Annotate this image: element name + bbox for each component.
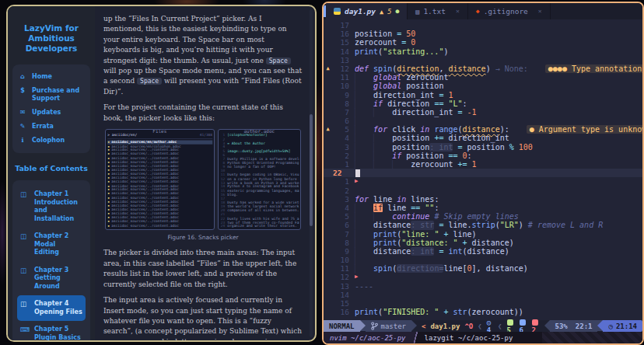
code-line[interactable]: 9▏ direction_int = 1 bbox=[324, 91, 642, 99]
code-line[interactable]: 1▶ bbox=[324, 177, 642, 186]
code-line[interactable]: 11▏ global zerocount bbox=[324, 73, 642, 82]
clock-icon: ◷ bbox=[608, 322, 612, 330]
code-token: == bbox=[411, 204, 425, 212]
chapter-title: Plugin Basics bbox=[34, 334, 81, 341]
code-line[interactable]: 13---- bbox=[324, 282, 642, 291]
tmux-tab-nvim[interactable]: nvim ~/c/aoc-25-py bbox=[324, 332, 412, 343]
code-token: : bbox=[434, 195, 439, 204]
sidebar-item-label: Colophon bbox=[32, 137, 65, 145]
sidebar-item-purchase-and-support[interactable]: $Purchase and Support bbox=[17, 84, 86, 106]
tab-gitignore[interactable]: ◆ .gitignore ✕ bbox=[468, 3, 551, 19]
tmux-statusbar: nvim ~/c/aoc-25-py lazygit ~/c/aoc-25-py bbox=[324, 332, 642, 343]
code-token: continue bbox=[392, 212, 434, 221]
code-line[interactable]: 4▏ ▏ position += direction_int bbox=[324, 134, 642, 142]
code-line[interactable]: 15 bbox=[324, 299, 642, 308]
code-token: "" bbox=[425, 204, 434, 212]
code-token: ▏ bbox=[373, 152, 392, 160]
code-token: zerocount bbox=[406, 73, 448, 82]
close-icon[interactable]: ✕ bbox=[538, 8, 542, 15]
code-token: += bbox=[434, 134, 448, 142]
code-token: "line: " bbox=[401, 230, 443, 239]
code-token: if bbox=[373, 99, 387, 108]
code-token: int bbox=[448, 247, 462, 256]
line-number: 9 bbox=[332, 91, 355, 99]
code-token: direction_int bbox=[392, 108, 457, 117]
code-line[interactable]: 16position = 50 bbox=[324, 30, 642, 38]
line-number: 8 bbox=[332, 99, 355, 108]
code-token: = bbox=[439, 91, 448, 99]
code-token: ) bbox=[505, 247, 509, 256]
picker-count: 41/388 bbox=[200, 134, 212, 138]
chapter-item-chapter-5[interactable]: ⌨Chapter 5Plugin Basics bbox=[17, 321, 86, 342]
code-line[interactable]: 8▏ if direction == "L": bbox=[324, 99, 642, 108]
tab-1-txt[interactable]: ▤ 1.txt ✕ bbox=[408, 3, 468, 19]
code-token: for bbox=[355, 195, 373, 204]
code-line[interactable]: 14print("starting...") bbox=[324, 47, 642, 56]
sidebar-item-errata[interactable]: ✎Errata bbox=[17, 120, 86, 134]
code-line[interactable]: ▲5▏ for click in range(distance):● Argum… bbox=[324, 125, 642, 134]
code-line[interactable]: 5▏ ▏ continue # Skip empty lines bbox=[324, 212, 642, 221]
code-line[interactable]: 17 bbox=[324, 21, 642, 30]
content-scrollbar[interactable] bbox=[310, 9, 313, 337]
chapter-item-chapter-3[interactable]: ◫Chapter 3Getting Around bbox=[17, 262, 86, 296]
chapter-item-chapter-2[interactable]: ◫Chapter 2Modal Editing bbox=[17, 228, 86, 262]
code-line[interactable]: 1▏ ▏ ▏ zerocount += 1 bbox=[324, 160, 642, 169]
code-line[interactable]: 14 bbox=[324, 291, 642, 299]
code-token: ▶ bbox=[355, 177, 358, 186]
code-token: spin bbox=[373, 264, 392, 273]
chapter-item-chapter-1[interactable]: ◫Chapter 1Introduction and Installation bbox=[17, 186, 86, 228]
close-icon[interactable]: ✕ bbox=[456, 8, 460, 15]
inline-diagnostic: ●●●● Type annotation is miss bbox=[545, 64, 642, 73]
code-token: "FINISHED: " bbox=[383, 308, 443, 316]
code-token: ▏ bbox=[355, 230, 373, 239]
sidebar-item-updates[interactable]: ✉Updates bbox=[17, 106, 86, 120]
chapter-item-chapter-4[interactable]: ◫Chapter 4Opening Files bbox=[17, 295, 86, 321]
code-token: ▶ bbox=[355, 273, 358, 281]
code-line[interactable]: 15zerocount = 0 bbox=[324, 38, 642, 47]
paragraph-text: For the project containing the current s… bbox=[103, 103, 283, 121]
scrollbar-thumb[interactable] bbox=[310, 114, 313, 225]
book-title: LazyVim for Ambitious Developers bbox=[14, 23, 89, 54]
code-line[interactable]: 9▏ distance: int = int(distance) bbox=[324, 247, 642, 256]
code-line[interactable]: 2▏ ▏ if position == 0: bbox=[324, 152, 642, 160]
code-line[interactable]: 8▏ print("distance: " + distance) bbox=[324, 239, 642, 247]
code-line[interactable]: 7▏ print("line: " + line) bbox=[324, 230, 642, 239]
code-token: ) bbox=[523, 264, 528, 273]
code-editor[interactable]: 1716position = 5015zerocount = 014print(… bbox=[324, 19, 642, 320]
code-token: position bbox=[392, 143, 429, 152]
code-line[interactable]: 3▏ ▏ position: int = position % 100 bbox=[324, 143, 642, 152]
code-token: line bbox=[448, 221, 467, 229]
code-line[interactable]: 2 bbox=[324, 186, 642, 195]
code-line[interactable]: 16print("FINISHED: " + str(zerocount)) bbox=[324, 308, 642, 316]
code-line[interactable]: ▲12def spin(direction, distance) → None:… bbox=[324, 64, 642, 73]
cursor bbox=[355, 169, 360, 177]
code-token: == bbox=[448, 152, 462, 160]
code-line[interactable]: 10▏ global position bbox=[324, 82, 642, 90]
code-token: strip bbox=[472, 221, 495, 229]
code-token: ---- bbox=[355, 282, 373, 291]
code-token: print bbox=[373, 239, 397, 247]
scroll-and-position: 53% 22:1 bbox=[550, 320, 598, 332]
sidebar-item-colophon[interactable]: ℹColophon bbox=[17, 134, 86, 148]
sidebar-item-home[interactable]: ⌂Home bbox=[17, 70, 86, 84]
code-line[interactable]: 6▏ distance: str = line.strip("LR") # re… bbox=[324, 221, 642, 229]
code-line[interactable]: 10▏ bbox=[324, 256, 642, 264]
code-line[interactable]: 4▏ if line == "": bbox=[324, 204, 642, 212]
code-line[interactable]: 13 bbox=[324, 56, 642, 64]
code-token: direction_int bbox=[448, 134, 509, 142]
tmux-tab-lazygit[interactable]: lazygit ~/c/aoc-25-py bbox=[418, 332, 520, 343]
code-token: # remove L and R bbox=[528, 221, 603, 229]
code-line[interactable]: 3for line in lines: bbox=[324, 195, 642, 204]
code-line[interactable]: 11▏ spin(direction=line[0], distance) bbox=[324, 264, 642, 273]
code-token: position bbox=[392, 134, 434, 142]
code-token: += bbox=[458, 160, 472, 169]
code-line[interactable]: 7▏ ▏ direction_int = -1 bbox=[324, 108, 642, 117]
code-token: = bbox=[397, 30, 406, 38]
code-line[interactable]: 22 bbox=[324, 169, 642, 177]
code-line[interactable]: 12▶ bbox=[324, 273, 642, 281]
code-line[interactable]: 6▏ bbox=[324, 117, 642, 125]
paragraph-text: The picker is divided into three main ar… bbox=[103, 249, 296, 288]
book-icon: ◫ bbox=[20, 300, 29, 316]
tab-day1-py[interactable]: day1.py ▲ 5 ● bbox=[326, 3, 408, 19]
preview-text: image::dusty.jpg[pdfwidth=50%] bbox=[227, 149, 290, 153]
